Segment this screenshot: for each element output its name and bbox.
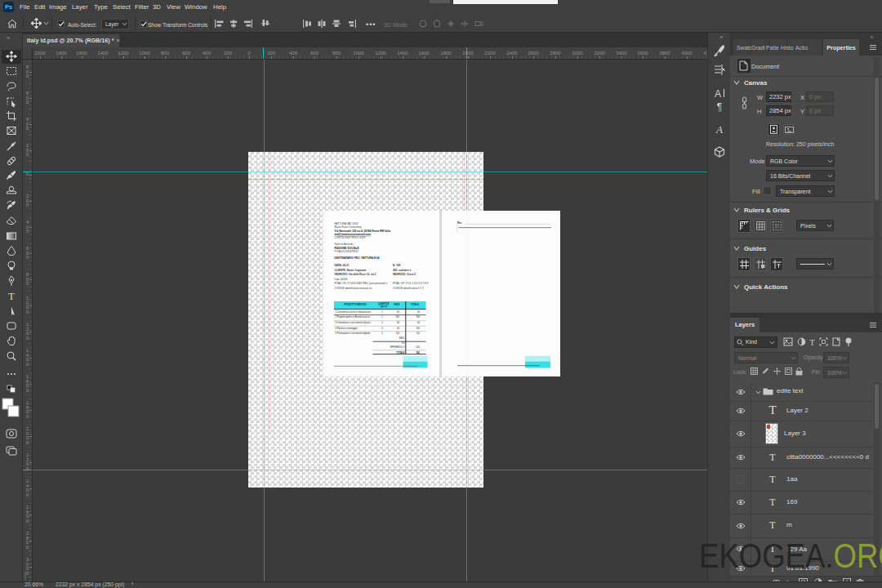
svg-text:40: 40 <box>397 310 399 314</box>
svg-text:¶: ¶ <box>717 101 722 113</box>
svg-text:180: 180 <box>396 315 400 318</box>
svg-text:CODICE identificativo 0 1 2: CODICE identificativo 0 1 2 <box>393 287 424 290</box>
svg-text:CODICE identificativo univoco: CODICE identificativo univoco xx <box>335 287 372 290</box>
svg-text:RATE: RATE <box>394 303 400 306</box>
svg-text:SDI: cod.dest x: SDI: cod.dest x <box>393 269 412 272</box>
svg-text:60: 60 <box>397 321 399 324</box>
svg-text:2,00: 2,00 <box>416 345 421 349</box>
svg-text:A: A <box>715 123 723 136</box>
svg-text:5 Promozione e sito internet: 5 Promozione e sito internet digitale <box>336 332 371 335</box>
svg-text:Rev.: Rev. <box>457 221 462 225</box>
svg-text:INDIRIZZO: Via al 2: INDIRIZZO: Via al 2 <box>393 273 416 276</box>
svg-text:P.IVA 012345678911: P.IVA 012345678911 <box>335 250 359 253</box>
svg-text:P.IVA / CF: IT 01 2 3 4 5 6 7: P.IVA / CF: IT 01 2 3 4 5 6 7 8 9 <box>393 282 428 285</box>
svg-text:A: A <box>715 88 721 100</box>
svg-text:QUANTITA': QUANTITA' <box>378 302 390 305</box>
svg-text:INDIRIZZO: Via delle Rose 12,: INDIRIZZO: Via delle Rose 12, int.3 <box>335 273 376 276</box>
svg-text:40: 40 <box>397 327 399 330</box>
svg-text:P.IVA / CF: IT 0123 4567 8901: P.IVA / CF: IT 0123 4567 8901 (ove prese… <box>335 282 388 285</box>
svg-text:CLIENTE: Nome Cognome: CLIENTE: Nome Cognome <box>335 269 367 272</box>
svg-text:DESTINATARIO PEC: FATTURA N.04: DESTINATARIO PEC: FATTURA N.04 <box>335 256 380 260</box>
svg-text:TOTALE: TOTALE <box>411 303 419 306</box>
svg-text:Spett.le Azienda: Spett.le Azienda <box>335 243 354 246</box>
svg-text:PRODOTTO/SERVIZIO: PRODOTTO/SERVIZIO <box>344 303 366 306</box>
svg-text:110: 110 <box>416 332 421 335</box>
svg-text:40: 40 <box>417 310 420 314</box>
svg-text:T: T <box>8 290 15 302</box>
svg-text:552: 552 <box>416 351 421 354</box>
svg-text:(+39) 06 4567 8910 r.1023: (+39) 06 4567 8910 r.1023 <box>335 236 366 239</box>
svg-text:3 Consulenza e sito internet: 3 Consulenza e sito internet alla pro <box>336 321 371 324</box>
svg-text:SPESE/BOLLO: SPESE/BOLLO <box>390 345 404 349</box>
svg-text:4 Riprese e montaggio: 4 Riprese e montaggio <box>336 327 359 330</box>
svg-text:TOTALE: TOTALE <box>396 351 404 354</box>
svg-text:(giorni): (giorni) <box>381 305 388 308</box>
svg-text:DATA: 04.21: DATA: 04.21 <box>335 264 350 267</box>
svg-text:RAGIONE SOCIALE: RAGIONE SOCIALE <box>335 247 359 250</box>
svg-text:1 Consulenza fiscale e tribut: 1 Consulenza fiscale e tributaria ann <box>336 310 372 314</box>
svg-text:160: 160 <box>416 327 421 330</box>
svg-text:60: 60 <box>417 321 420 324</box>
svg-text:N. 169: N. 169 <box>393 264 400 267</box>
svg-text:T: T <box>809 338 814 347</box>
svg-text:180: 180 <box>416 315 421 318</box>
svg-text:Cap: 00100: Cap: 00100 <box>335 278 348 281</box>
svg-text:110: 110 <box>396 332 400 335</box>
svg-text:IVA %: IVA % <box>399 336 406 340</box>
svg-text:2 Progetto grafico e Brand vi: 2 Progetto grafico e Brand visual xx <box>336 315 371 318</box>
